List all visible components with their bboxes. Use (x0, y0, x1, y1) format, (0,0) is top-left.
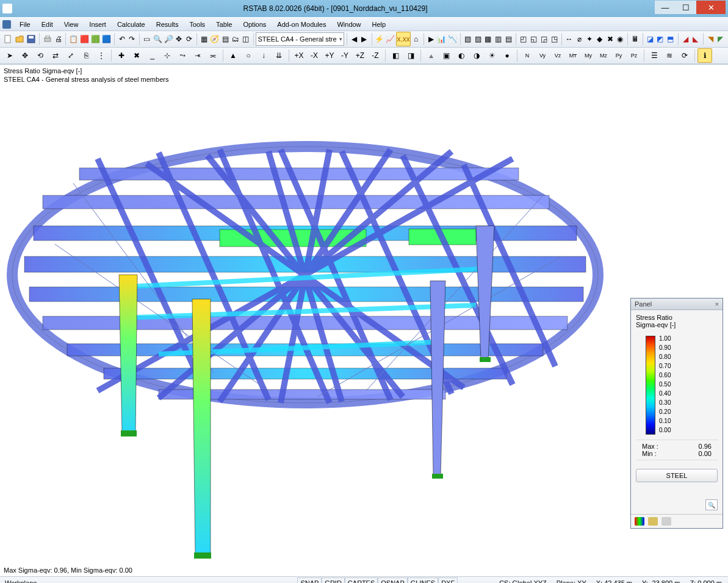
copy-icon[interactable]: ⎘ (79, 48, 93, 63)
anim2-icon[interactable]: ⟳ (677, 48, 692, 63)
module-combo[interactable]: STEEL CA4 - General stre▾ (256, 32, 344, 46)
wireframe-icon[interactable]: ✖ (605, 32, 615, 46)
panel-close-icon[interactable]: × (715, 300, 719, 308)
menu-calculate[interactable]: Calculate (112, 20, 151, 29)
pload-icon[interactable]: ↓ (256, 48, 271, 63)
res-mt-icon[interactable]: Mᴛ (566, 48, 580, 63)
table-icon[interactable]: ▤ (220, 32, 230, 46)
status-snap[interactable]: SNAP (297, 578, 322, 584)
mod3-icon[interactable]: ⬒ (666, 32, 676, 46)
status-glines[interactable]: GLINES (408, 578, 438, 584)
redo-icon[interactable]: ↷ (127, 32, 137, 46)
mirror-icon[interactable]: ⇄ (48, 48, 63, 63)
prev-icon[interactable]: ◀ (349, 32, 359, 46)
filter2-icon[interactable]: ▨ (473, 32, 483, 46)
divide-icon[interactable]: ⊹ (160, 48, 175, 63)
res-vz-icon[interactable]: Vz (550, 48, 565, 63)
pan-icon[interactable]: ✥ (175, 32, 184, 46)
menu-window[interactable]: Window (332, 20, 367, 29)
print-preview-icon[interactable]: 🖨 (54, 32, 63, 46)
filter3-icon[interactable]: ▩ (483, 32, 493, 46)
menu-table[interactable]: Table (211, 20, 238, 29)
zoom-window-icon[interactable]: 🔎 (164, 32, 174, 46)
pointer-icon[interactable]: ➤ (2, 48, 17, 63)
axis-icon[interactable]: ✦ (585, 32, 594, 46)
panel-tab3-icon[interactable] (661, 517, 671, 526)
view-negx-icon[interactable]: -X (307, 48, 322, 63)
panel-tab2-icon[interactable] (648, 517, 658, 526)
rotate-icon[interactable]: ⟳ (184, 32, 194, 46)
res-mz-icon[interactable]: Mz (596, 48, 611, 63)
shade-icon[interactable]: ◐ (454, 48, 469, 63)
menu-file[interactable]: File (15, 20, 37, 29)
menu-view[interactable]: View (59, 20, 85, 29)
navigator-icon[interactable]: 🧭 (209, 32, 220, 46)
mod2-icon[interactable]: ◩ (655, 32, 665, 46)
filter1-icon[interactable]: ▧ (463, 32, 473, 46)
status-grid[interactable]: GRID (322, 578, 345, 584)
mod6-icon[interactable]: ◥ (705, 32, 715, 46)
join-icon[interactable]: ⤛ (190, 48, 205, 63)
print-icon[interactable] (42, 32, 53, 46)
menu-tools[interactable]: Tools (184, 20, 211, 29)
menu-help[interactable]: Help (367, 20, 392, 29)
data-blue-icon[interactable]: 🟦 (101, 32, 112, 46)
res-n-icon[interactable]: N (520, 48, 535, 63)
view-x-icon[interactable]: +X (292, 48, 306, 63)
scale-icon[interactable]: ⤢ (63, 48, 78, 63)
groups1-icon[interactable]: ◰ (519, 32, 528, 46)
show-diagram-icon[interactable]: 📈 (385, 32, 395, 46)
menu-addons[interactable]: Add-on Modules (272, 20, 332, 29)
panel-title-bar[interactable]: Panel × (631, 299, 723, 310)
rotate2-icon[interactable]: ⟲ (33, 48, 48, 63)
steel-button[interactable]: STEEL (636, 469, 718, 482)
dark-icon[interactable]: ● (500, 48, 514, 63)
groups2-icon[interactable]: ◱ (529, 32, 539, 46)
solid2-icon[interactable]: ▣ (439, 48, 453, 63)
solid-icon[interactable]: ◉ (615, 32, 625, 46)
close-button[interactable]: ✕ (696, 1, 726, 14)
grid-icon[interactable]: ▦ (200, 32, 209, 46)
move-icon[interactable]: ✥ (18, 48, 32, 63)
maximize-button[interactable]: ☐ (676, 1, 696, 14)
anim-icon[interactable]: ▶ (426, 32, 436, 46)
panel-tab1-icon[interactable] (635, 517, 644, 526)
diagram2-icon[interactable]: 📉 (447, 32, 458, 46)
node-del-icon[interactable]: ✖ (129, 48, 144, 63)
status-osnap[interactable]: OSNAP (378, 578, 408, 584)
new-icon[interactable] (2, 32, 13, 46)
filter4-icon[interactable]: ▥ (494, 32, 503, 46)
support-icon[interactable]: ▲ (226, 48, 240, 63)
next-icon[interactable]: ▶ (359, 32, 369, 46)
show-def-icon[interactable]: ≋ (662, 48, 677, 63)
open-icon[interactable] (14, 32, 25, 46)
render-icon[interactable]: ◆ (595, 32, 605, 46)
node-new-icon[interactable]: ✚ (114, 48, 129, 63)
section-icon[interactable]: ⌀ (574, 32, 584, 46)
view-iso-icon[interactable]: ◧ (388, 48, 403, 63)
groups3-icon[interactable]: ◲ (539, 32, 549, 46)
trans-icon[interactable]: ◑ (469, 48, 484, 63)
res-my-icon[interactable]: My (581, 48, 596, 63)
view-persp-icon[interactable]: ◨ (403, 48, 418, 63)
data-green-icon[interactable]: 🟩 (90, 32, 101, 46)
light-icon[interactable]: ☀ (485, 48, 499, 63)
member-icon[interactable]: ⎯ (145, 48, 159, 63)
cursor-icon[interactable]: ▭ (142, 32, 152, 46)
info-icon[interactable]: ℹ (697, 48, 712, 63)
view-negz-icon[interactable]: -Z (368, 48, 383, 63)
status-dxf[interactable]: DXF (438, 578, 458, 584)
menu-edit[interactable]: Edit (37, 20, 59, 29)
app-menu-icon[interactable] (2, 20, 11, 29)
undo-icon[interactable]: ↶ (117, 32, 127, 46)
basedata-icon[interactable]: 📋 (68, 32, 79, 46)
view-negy-icon[interactable]: -Y (337, 48, 352, 63)
panel-icon[interactable]: ◫ (241, 32, 251, 46)
data-red-icon[interactable]: 🟥 (79, 32, 90, 46)
show-results-icon[interactable]: ⚡ (374, 32, 384, 46)
save-icon[interactable] (26, 32, 37, 46)
array-icon[interactable]: ⋮ (94, 48, 109, 63)
dim-icon[interactable]: ↔ (564, 32, 574, 46)
view-z-icon[interactable]: +Z (353, 48, 367, 63)
panel-zoom-icon[interactable]: 🔍 (705, 499, 718, 510)
